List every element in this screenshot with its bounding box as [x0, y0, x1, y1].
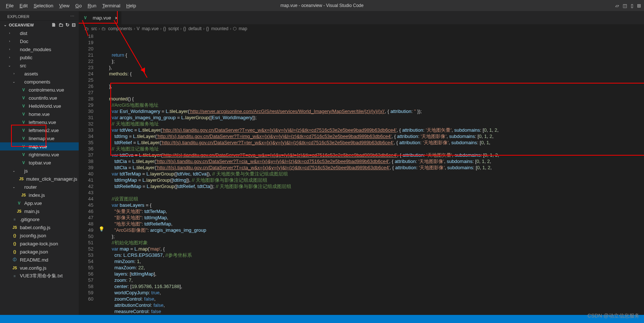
breadcrumb-item[interactable]: map.vue — [142, 26, 159, 31]
tree-item-src[interactable]: ⌄src — [0, 61, 79, 70]
close-icon[interactable]: × — [115, 15, 118, 21]
code-line[interactable]: tdtCta = L.tileLayer('http://t{s}.tiandi… — [104, 164, 499, 171]
tree-item-index.js[interactable]: JSindex.js — [0, 191, 79, 199]
code-line[interactable]: minZoom: 1, — [104, 258, 499, 265]
tree-item-README.md[interactable]: ⓘREADME.md — [0, 256, 79, 264]
code-line[interactable]: layers: [tdtImgMap], — [104, 271, 499, 277]
tree-item-leftmenu.vue[interactable]: Vleftmenu.vue — [0, 118, 79, 126]
menu-view[interactable]: View — [56, 3, 72, 8]
menu-file[interactable]: File — [3, 3, 17, 8]
tree-item-linemap.vue[interactable]: Vlinemap.vue — [0, 134, 79, 142]
tree-item-Doc[interactable]: ›Doc — [0, 37, 79, 45]
breadcrumb[interactable]: 🗀src›🗀components›Vmap.vue›{}script›{}def… — [79, 24, 644, 33]
tree-item-leftmenu2.vue[interactable]: Vleftmenu2.vue — [0, 126, 79, 134]
tree-item-map.vue[interactable]: Vmap.vue — [0, 142, 79, 150]
tree-item-package.json[interactable]: {}package.json — [0, 248, 79, 256]
customize-layout-icon[interactable]: ⊞ — [637, 3, 641, 8]
menu-run[interactable]: Run — [85, 3, 99, 8]
refresh-icon[interactable]: ↻ — [65, 22, 70, 28]
code-line[interactable]: "矢量天地图": tdtTerMap, — [104, 208, 499, 214]
collapse-icon[interactable]: ⊟ — [72, 22, 76, 28]
tree-item-jsconfig.json[interactable]: {}jsconfig.json — [0, 231, 79, 239]
code-line[interactable]: "影像天地图": tdtImgMap, — [104, 214, 499, 221]
tree-item-.gitignore[interactable]: ≡.gitignore — [0, 215, 79, 223]
code-line[interactable]: // 天地图地图服务地址 — [104, 121, 499, 127]
code-line[interactable]: tdtCia = L.tileLayer('http://t{s}.tiandi… — [104, 158, 499, 164]
code-line[interactable]: tdtImgMap = L.layerGroup([tdtImg]), // 天… — [104, 177, 499, 183]
tree-item-home.vue[interactable]: Vhome.vue — [0, 110, 79, 118]
tree-item-countinfo.vue[interactable]: Vcountinfo.vue — [0, 94, 79, 102]
tree-item-public[interactable]: ›public — [0, 53, 79, 61]
code-line[interactable]: measureControl: false — [104, 308, 499, 315]
code-line[interactable] — [104, 189, 499, 196]
code-line[interactable]: }, — [104, 64, 499, 71]
code-line[interactable]: // 天地图注记服务地址 — [104, 146, 499, 152]
code-line[interactable]: tdtImg = L.tileLayer('http://t{s}.tiandi… — [104, 133, 499, 139]
code-line[interactable]: }; — [104, 233, 499, 239]
breadcrumb-item[interactable]: mounted — [211, 26, 228, 31]
tree-item-VUE3常用命令集.txt[interactable]: ≡VUE3常用命令集.txt — [0, 272, 79, 280]
layout-panel-icon[interactable]: ▱ — [615, 3, 619, 8]
breadcrumb-item[interactable]: src — [91, 26, 97, 31]
code-line[interactable]: }, — [104, 83, 499, 89]
code-line[interactable]: //初始化地图对象 — [104, 239, 499, 246]
code-line[interactable]: attributionControl: false, — [104, 302, 499, 308]
code-line[interactable]: return { — [104, 52, 499, 58]
new-folder-icon[interactable]: 🗀 — [58, 22, 63, 28]
menu-selection[interactable]: Selection — [31, 3, 56, 8]
tree-item-node_modules[interactable]: ›node_modules — [0, 45, 79, 53]
tree-item-js[interactable]: ⌄js — [0, 167, 79, 175]
code-editor[interactable]: 1819202122232425262728293031323334353637… — [79, 33, 644, 315]
code-line[interactable]: var baseLayers = { — [104, 202, 499, 208]
tree-item-vue.config.js[interactable]: JSvue.config.js — [0, 264, 79, 272]
code-line[interactable]: "ArcGIS影像图": arcgis_images_img_group — [104, 227, 499, 233]
code-line[interactable]: mounted() { — [104, 96, 499, 102]
code-line[interactable]: var tdtVec = L.tileLayer('http://t{s}.ti… — [104, 127, 499, 133]
code-line[interactable]: var arcgis_images_img_group = L.layerGro… — [104, 114, 499, 121]
tree-item-assets[interactable]: ›assets — [0, 70, 79, 78]
more-icon[interactable]: ⋯ — [70, 14, 74, 19]
tree-item-router[interactable]: ⌄router — [0, 183, 79, 191]
code-line[interactable]: }; — [104, 58, 499, 64]
code-line[interactable]: worldCopyJump: true, — [104, 290, 499, 296]
code-line[interactable]: var map = L.map('map', { — [104, 246, 499, 252]
code-line[interactable]: //设置图层组 — [104, 196, 499, 202]
breadcrumb-item[interactable]: map — [239, 26, 247, 31]
tree-item-dist[interactable]: ›dist — [0, 29, 79, 37]
code-line[interactable]: tdtReliefMap = L.layerGroup([tdtRelief, … — [104, 183, 499, 189]
new-file-icon[interactable]: 🗎 — [51, 22, 56, 28]
menu-go[interactable]: Go — [72, 3, 85, 8]
tree-item-mutex_click_manager.js[interactable]: JSmutex_click_manager.js — [0, 175, 79, 183]
code-line[interactable]: zoom: 7, — [104, 277, 499, 283]
status-bar[interactable] — [0, 315, 644, 323]
project-header[interactable]: ⌄ OCEANVIEW 🗎 🗀 ↻ ⊟ — [0, 20, 79, 29]
code-line[interactable]: crs: L.CRS.EPSG3857, //参考坐标系 — [104, 252, 499, 258]
tree-item-main.js[interactable]: JSmain.js — [0, 207, 79, 215]
layout-sidebar-icon[interactable]: ◫ — [623, 3, 627, 8]
tree-item-HelloWorld.vue[interactable]: VHelloWorld.vue — [0, 102, 79, 110]
code-content[interactable]: return { }; }, methods: { }, mounted() {… — [100, 33, 499, 315]
code-line[interactable] — [104, 77, 499, 83]
tree-item-topbar.vue[interactable]: Vtopbar.vue — [0, 159, 79, 167]
code-line[interactable]: maxZoom: 22, — [104, 265, 499, 271]
tree-item-package-lock.json[interactable]: {}package-lock.json — [0, 239, 79, 248]
menu-edit[interactable]: Edit — [17, 3, 31, 8]
tree-item-App.vue[interactable]: VApp.vue — [0, 199, 79, 207]
tree-item-babel.config.js[interactable]: JSbabel.config.js — [0, 223, 79, 231]
code-line[interactable]: var Esri_WorldImagery = L.tileLayer('htt… — [104, 108, 499, 114]
code-line[interactable]: var tdtCva = L.tileLayer('http://t{s}.ti… — [104, 152, 499, 158]
breadcrumb-item[interactable]: default — [188, 26, 202, 31]
tree-item-rightmenu.vue[interactable]: Vrightmenu.vue — [0, 150, 79, 159]
code-line[interactable]: methods: { — [104, 71, 499, 77]
tree-item-components[interactable]: ⌄components — [0, 78, 79, 86]
layout-split-icon[interactable]: ▯ — [631, 3, 633, 8]
tree-item-controlmenu.vue[interactable]: Vcontrolmenu.vue — [0, 86, 79, 94]
lightbulb-icon[interactable]: 💡 — [99, 226, 104, 232]
breadcrumb-item[interactable]: script — [168, 26, 179, 31]
menu-help[interactable]: Help — [123, 3, 139, 8]
code-line[interactable]: center: [19.95786, 116.367188], — [104, 283, 499, 290]
code-line[interactable]: zoomControl: false, — [104, 296, 499, 302]
code-line[interactable]: //ArcGIS地图服务地址 — [104, 102, 499, 108]
code-line[interactable]: tdtRelief = L.tileLayer('http://t{s}.tia… — [104, 139, 499, 146]
menu-terminal[interactable]: Terminal — [99, 3, 123, 8]
